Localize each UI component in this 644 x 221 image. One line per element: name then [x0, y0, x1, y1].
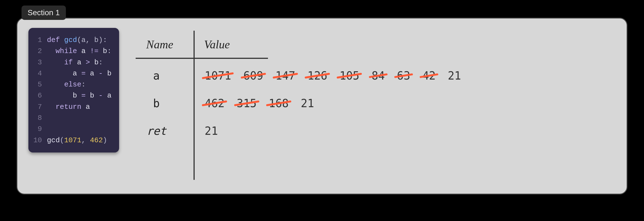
code-token: -: [98, 69, 107, 78]
code-token: :: [98, 58, 103, 67]
struck-value: 63: [397, 69, 410, 82]
code-line: 9: [33, 123, 111, 135]
code-block: 1def gcd(a, b):2 while a != b:3 if a > b…: [28, 28, 119, 152]
code-token: else: [64, 80, 81, 89]
canvas: Section 1 1def gcd(a, b):2 while a != b:…: [0, 0, 644, 221]
value: 21: [448, 69, 461, 82]
code-line: 7 return a: [33, 101, 111, 112]
code-token: a: [73, 69, 81, 78]
struck-value: 315: [237, 97, 257, 110]
line-number: 3: [33, 57, 42, 68]
code-token: =: [81, 69, 90, 78]
struck-value: 609: [243, 69, 263, 82]
code-line: 3 if a > b:: [33, 57, 111, 68]
code-token: b: [90, 91, 98, 100]
code-line: 2 while a != b:: [33, 46, 111, 57]
code-token: 462: [90, 136, 103, 144]
trace-row: a107160914712610584634221: [133, 69, 616, 82]
trace-row-name: b: [133, 97, 194, 110]
struck-value: 126: [307, 69, 327, 82]
code-token: a: [107, 91, 112, 100]
line-number: 7: [33, 101, 42, 112]
value: 21: [301, 97, 314, 110]
value: 21: [205, 125, 218, 137]
code-token: while: [55, 47, 81, 55]
code-line: 1def gcd(a, b):: [33, 35, 111, 46]
trace-row-name: ret: [133, 125, 194, 137]
code-token: :: [107, 47, 112, 55]
code-token: 1071: [64, 136, 81, 144]
struck-value: 42: [422, 69, 436, 82]
struck-value: 105: [339, 69, 359, 82]
code-token: (a, b):: [77, 36, 107, 44]
struck-value: 84: [372, 69, 385, 82]
code-token: a: [77, 58, 85, 67]
code-token: return: [55, 103, 85, 111]
code-token: if: [64, 58, 77, 67]
code-token: b: [94, 58, 99, 67]
code-token: ,: [81, 136, 90, 144]
code-token: (: [60, 136, 64, 144]
code-token: a: [81, 47, 90, 55]
line-number: 2: [33, 46, 42, 57]
line-number: 10: [33, 135, 42, 146]
trace-row-values: 46231516821: [194, 97, 314, 110]
trace-row-values: 107160914712610584634221: [194, 69, 461, 82]
struck-value: 147: [275, 69, 295, 82]
trace-table: Name Value a107160914712610584634221b462…: [133, 28, 616, 180]
trace-row-values: 21: [194, 125, 218, 137]
code-line: 5 else:: [33, 79, 111, 90]
struck-value: 168: [269, 97, 289, 110]
section-tab: Section 1: [22, 6, 66, 20]
code-token: gcd: [47, 136, 60, 144]
trace-row: b46231516821: [133, 97, 616, 110]
line-number: 4: [33, 68, 42, 79]
col-header-name: Name: [146, 38, 173, 51]
line-number: 8: [33, 112, 42, 123]
line-number: 6: [33, 90, 42, 101]
code-token: def: [47, 36, 64, 44]
code-token: b: [103, 47, 107, 55]
code-token: >: [86, 58, 94, 67]
line-number: 5: [33, 79, 42, 90]
code-line: 8: [33, 112, 111, 123]
code-token: b: [107, 69, 112, 78]
code-line: 10gcd(1071, 462): [33, 135, 111, 146]
struck-value: 462: [205, 97, 224, 110]
code-token: gcd: [64, 36, 77, 44]
col-header-value: Value: [204, 38, 230, 51]
table-hline: [136, 58, 268, 59]
code-token: !=: [90, 47, 103, 55]
code-line: 4 a = a - b: [33, 68, 111, 79]
code-token: a: [86, 103, 90, 111]
code-token: ): [103, 136, 107, 144]
code-token: -: [98, 91, 107, 100]
code-token: a: [90, 69, 98, 78]
code-token: =: [81, 91, 90, 100]
line-number: 9: [33, 123, 42, 135]
trace-row-name: a: [133, 69, 194, 82]
trace-row: ret21: [133, 125, 616, 137]
line-number: 1: [33, 35, 42, 46]
code-token: b: [73, 91, 81, 100]
struck-value: 1071: [205, 69, 231, 82]
content-panel: 1def gcd(a, b):2 while a != b:3 if a > b…: [17, 18, 627, 194]
code-line: 6 b = b - a: [33, 90, 111, 101]
code-token: :: [81, 80, 86, 89]
